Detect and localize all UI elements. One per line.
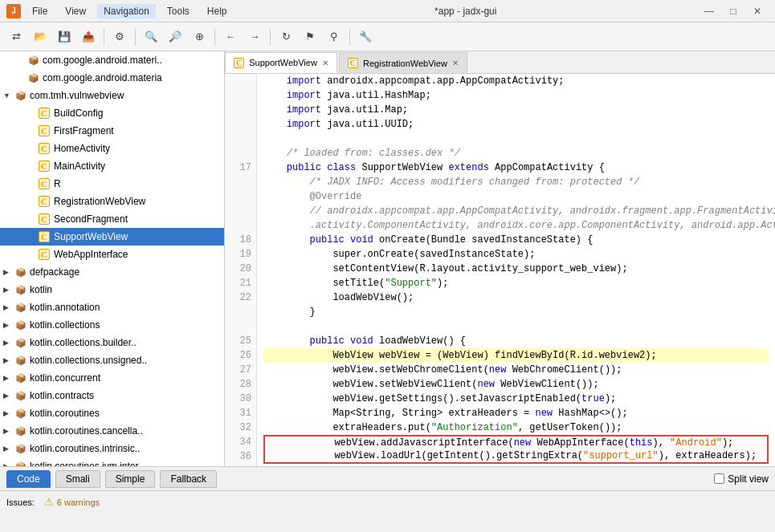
line-num [230, 319, 251, 334]
toolbar-zoom-out-btn[interactable]: 🔎 [164, 26, 186, 48]
close-button[interactable]: ✕ [746, 2, 769, 20]
toolbar-forward-btn[interactable]: → [243, 26, 266, 48]
code-line: webView.getSettings().setJavascriptEnabl… [263, 392, 769, 406]
bottom-tab-fallback[interactable]: Fallback [160, 470, 217, 488]
sidebar-item-r[interactable]: C R [0, 175, 224, 193]
app-menu-navigation[interactable]: Navigation [97, 4, 156, 18]
line-num [230, 204, 251, 218]
toolbar-export-btn[interactable]: 📤 [77, 26, 100, 48]
line-num [230, 175, 251, 189]
app-menu-help[interactable]: Help [201, 4, 234, 18]
code-line: /* loaded from: classes.dex */ [263, 146, 769, 160]
sidebar-item-label: kotlin.coroutines.intrinsic.. [30, 443, 140, 454]
sidebar-item-buildconfig[interactable]: C BuildConfig [0, 104, 224, 122]
split-view-label[interactable]: Split view [714, 473, 769, 485]
class-icon: C [39, 196, 50, 207]
sidebar-item-supportwebview[interactable]: C SupportWebView [0, 228, 224, 246]
sidebar-item-label: kotlin.coroutines.cancella.. [30, 425, 143, 437]
minimize-button[interactable]: — [698, 2, 720, 20]
sidebar-item-kotlin-collections-builder[interactable]: ▶ 📦 kotlin.collections.builder.. [0, 334, 224, 351]
sidebar-item-vulnwebview[interactable]: ▼ 📦 com.tmh.vulnwebview [0, 87, 224, 104]
toolbar-decompile-btn[interactable]: ⚙ [108, 26, 131, 48]
code-line: setTitle("Support"); [263, 276, 769, 290]
toolbar-settings-btn[interactable]: 🔧 [354, 26, 377, 48]
tab-label: RegistrationWebView [363, 59, 447, 68]
sidebar-item-kotlin-contracts[interactable]: ▶ 📦 kotlin.contracts [0, 387, 224, 404]
sidebar-item-kotlin[interactable]: ▶ 📦 kotlin [0, 281, 224, 298]
app-menu-file[interactable]: File [26, 4, 54, 18]
app-menu-view[interactable]: View [59, 4, 92, 18]
sidebar-item-webappinterface[interactable]: C WebAppInterface [0, 246, 224, 263]
toolbar-refresh-btn[interactable]: ↻ [275, 26, 297, 48]
line-num [230, 132, 251, 146]
title-bar: J File View Navigation Tools Help *app -… [0, 0, 775, 22]
sidebar-item-kotlin-coroutines-intrinsic[interactable]: ▶ 📦 kotlin.coroutines.intrinsic.. [0, 440, 224, 457]
arrow-icon: ▶ [3, 427, 14, 435]
code-line: import java.util.HashMap; [263, 88, 769, 103]
split-view-checkbox[interactable] [714, 473, 724, 484]
code-editor[interactable]: 17 18 19 20 21 22 25 26 27 28 30 31 32 3… [225, 74, 775, 466]
code-line: extraHeaders.put("Authorization", getUse… [263, 420, 769, 435]
warning-icon: ⚠ [44, 496, 54, 508]
line-num [230, 218, 251, 233]
sidebar-item-kotlin-collections[interactable]: ▶ 📦 kotlin.collections [0, 316, 224, 334]
sidebar-item-registrationwebview[interactable]: C RegistrationWebView [0, 193, 224, 210]
sidebar-item-materia1[interactable]: 📦 com.google.android.materi.. [0, 51, 224, 69]
sidebar-item-kotlin-coroutines-cancella[interactable]: ▶ 📦 kotlin.coroutines.cancella.. [0, 422, 224, 440]
arrow-icon: ▶ [3, 339, 14, 347]
sidebar-item-label: kotlin.annotation [30, 302, 100, 313]
line-num [230, 464, 251, 466]
tab-class-icon: C [348, 58, 358, 68]
package-icon: 📦 [14, 442, 27, 455]
code-line: public void loadWebView() { [263, 334, 769, 348]
line-num: 19 [230, 247, 251, 262]
sidebar-item-homeactivity[interactable]: C HomeActivity [0, 140, 224, 157]
sidebar-item-kotlin-coroutines[interactable]: ▶ 📦 kotlin.coroutines [0, 404, 224, 422]
arrow-icon: ▶ [3, 392, 14, 400]
sidebar-item-kotlin-concurrent[interactable]: ▶ 📦 kotlin.concurrent [0, 369, 224, 387]
bottom-tab-smali[interactable]: Smali [55, 470, 100, 488]
line-num [230, 103, 251, 117]
sidebar[interactable]: 📦 com.google.android.materi.. 📦 com.goog… [0, 51, 225, 466]
toolbar-bookmarks-btn[interactable]: ⚑ [299, 26, 321, 48]
window-title: *app - jadx-gui [434, 6, 496, 17]
editor-area: C SupportWebView ✕ C RegistrationWebView… [225, 51, 775, 466]
sidebar-item-materia2[interactable]: 📦 com.google.android.materia [0, 69, 224, 87]
sidebar-item-mainactivity[interactable]: C MainActivity [0, 157, 224, 175]
sidebar-item-secondfragment[interactable]: C SecondFragment [0, 210, 224, 228]
toolbar-sync-btn[interactable]: ⇄ [5, 26, 27, 48]
arrow-icon: ▶ [3, 268, 14, 276]
bottom-tab-simple[interactable]: Simple [105, 470, 156, 488]
toolbar-open-btn[interactable]: 📂 [29, 26, 51, 48]
tab-supportwebview[interactable]: C SupportWebView ✕ [225, 52, 337, 73]
sidebar-item-defpackage[interactable]: ▶ 📦 defpackage [0, 263, 224, 281]
tab-registrationwebview[interactable]: C RegistrationWebView ✕ [339, 52, 467, 73]
sidebar-item-kotlin-coroutines-jvm[interactable]: ▶ 📦 kotlin.coroutines.jvm.inter.. [0, 457, 224, 466]
sidebar-item-kotlin-collections-unsigned[interactable]: ▶ 📦 kotlin.collections.unsigned.. [0, 351, 224, 369]
package-icon: 📦 [14, 460, 27, 466]
line-num [230, 146, 251, 160]
sidebar-item-label: MainActivity [54, 160, 105, 172]
sidebar-item-firstfragment[interactable]: C FirstFragment [0, 122, 224, 140]
code-line: @Override [263, 189, 769, 204]
toolbar: ⇄ 📂 💾 📤 ⚙ 🔍 🔎 ⊕ ← → ↻ ⚑ ⚲ 🔧 [0, 22, 775, 51]
sidebar-item-label: FirstFragment [54, 125, 114, 136]
toolbar-search-btn[interactable]: ⚲ [323, 26, 345, 48]
toolbar-zoom-in-btn[interactable]: 🔍 [140, 26, 162, 48]
sidebar-item-label: RegistrationWebView [54, 196, 145, 207]
line-num: 36 [230, 449, 251, 464]
app-menu-tools[interactable]: Tools [161, 4, 196, 18]
tab-close-btn[interactable]: ✕ [452, 59, 459, 67]
toolbar-find-btn[interactable]: ⊕ [188, 26, 210, 48]
arrow-icon: ▶ [3, 462, 14, 466]
line-num: 30 [230, 392, 251, 406]
toolbar-save-btn[interactable]: 💾 [53, 26, 75, 48]
bottom-tab-code[interactable]: Code [6, 470, 51, 488]
toolbar-back-btn[interactable]: ← [219, 26, 242, 48]
package-icon: 📦 [14, 424, 27, 437]
tab-close-btn[interactable]: ✕ [322, 59, 328, 67]
code-line: webView.setWebViewClient(new WebViewClie… [263, 377, 769, 392]
line-num [230, 88, 251, 103]
maximize-button[interactable]: □ [722, 2, 744, 20]
sidebar-item-kotlin-annotation[interactable]: ▶ 📦 kotlin.annotation [0, 298, 224, 316]
